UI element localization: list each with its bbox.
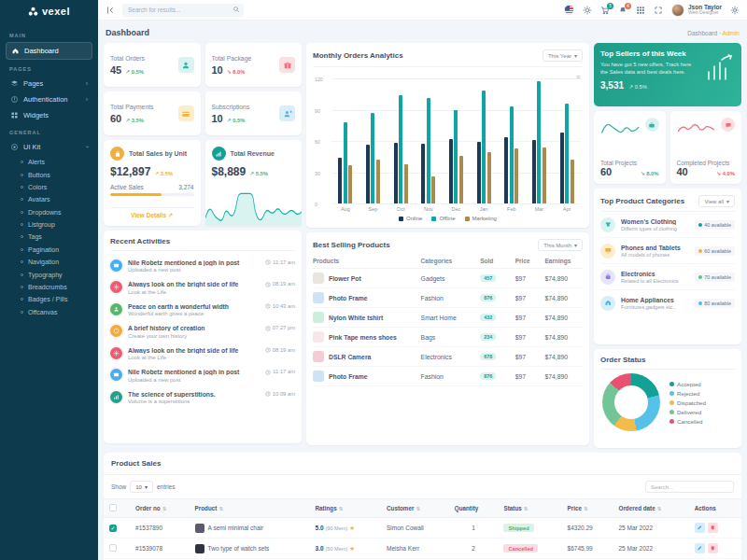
legend-offline[interactable]: Offline xyxy=(431,216,455,221)
breadcrumb-root[interactable]: Dashboard xyxy=(687,30,717,36)
column-header[interactable]: Order no⇅ xyxy=(130,499,190,518)
sidebar-subitem-alerts[interactable]: Alerts xyxy=(19,156,92,168)
product-thumbnail xyxy=(313,351,324,362)
sidebar-subitem-buttons[interactable]: Buttons xyxy=(19,168,92,180)
sidebar-item-ui-kit[interactable]: UI Kit› xyxy=(6,139,92,155)
fullscreen-icon xyxy=(654,6,663,15)
delete-button[interactable] xyxy=(708,523,718,533)
bar-group-oct xyxy=(394,78,408,203)
sidebar-item-widgets[interactable]: Widgets xyxy=(6,107,92,123)
activity-item: A brief history of creationCreate your o… xyxy=(110,321,295,343)
delete-button[interactable] xyxy=(708,543,718,553)
top-categories-card: Top Product Categories View all ▾ Women'… xyxy=(594,189,741,344)
total-sales-by-unit-card: Total Sales by Unit $12,897 ↗ 3.5% Activ… xyxy=(104,140,201,226)
sidebar-collapse-button[interactable] xyxy=(106,6,115,15)
briefcase-icon xyxy=(648,121,655,129)
column-header[interactable]: Ordered date⇅ xyxy=(613,499,689,518)
top-sellers-value: 3,531 xyxy=(600,80,624,91)
stat-card-total-payments: Total Payments60↗ 3.5% xyxy=(104,91,201,135)
legend-cancelled[interactable]: Cancelled xyxy=(669,418,706,425)
user-icon xyxy=(113,306,120,313)
monthly-orders-bar-chart: ≡ 1209060300 xyxy=(331,78,581,203)
bar-offline xyxy=(537,81,541,203)
categories-filter[interactable]: View all ▾ xyxy=(698,195,735,207)
gear-icon xyxy=(113,350,120,357)
logo[interactable]: vexel xyxy=(0,0,98,22)
view-details-link[interactable]: View Details ↗ xyxy=(110,207,194,219)
monthly-orders-filter[interactable]: This Year ▾ xyxy=(543,49,583,62)
legend-marketing[interactable]: Marketing xyxy=(465,216,497,221)
fullscreen-button[interactable] xyxy=(654,6,663,15)
column-header[interactable]: Status⇅ xyxy=(498,499,561,518)
user-menu[interactable]: Json Taylor Web Designer xyxy=(671,4,722,17)
column-header[interactable]: Quantity xyxy=(449,499,499,518)
bar-offline xyxy=(399,95,402,203)
legend-dispatched[interactable]: Dispatched xyxy=(669,399,706,406)
sidebar-subitem-badges-pills[interactable]: Badges / Pills xyxy=(19,293,92,305)
stat-card-total-orders: Total Orders45↗ 0.5% xyxy=(104,43,201,87)
column-header[interactable]: Ratings⇅ xyxy=(310,499,381,518)
page-size-select[interactable]: 10 ▾ xyxy=(130,481,153,493)
sidebar-subitem-typography[interactable]: Typography xyxy=(19,268,92,280)
search-icon[interactable] xyxy=(233,6,240,13)
best-selling-row: Pink Tape mens shoesBags234$97$74,890 xyxy=(313,328,583,347)
search-input[interactable] xyxy=(122,4,244,17)
stat-delta: ↗ 0.5% xyxy=(227,118,246,123)
sidebar-subitem-tags[interactable]: Tags xyxy=(19,231,92,243)
bar-offline xyxy=(427,98,430,203)
activity-item: Nile Robetz mentioned a jogh in postUplo… xyxy=(110,255,295,277)
column-header[interactable]: Price⇅ xyxy=(562,499,613,518)
bar-offline xyxy=(482,91,486,203)
bar-online xyxy=(449,139,453,203)
gift-icon xyxy=(283,61,292,70)
sidebar-subitem-avatars[interactable]: Avatars xyxy=(19,193,92,205)
sidebar-item-pages[interactable]: Pages› xyxy=(6,76,92,91)
notifications-badge: 4 xyxy=(625,3,631,9)
credit-card-icon xyxy=(181,109,190,119)
best-selling-filter[interactable]: This Month ▾ xyxy=(538,239,583,251)
sidebar-subitem-breadcrumbs[interactable]: Breadcrumbs xyxy=(19,281,92,293)
column-header[interactable]: Actions xyxy=(689,499,741,518)
edit-button[interactable] xyxy=(695,523,705,533)
theme-toggle-sun-icon[interactable] xyxy=(583,6,592,15)
total-revenue-card: Total Revenue $8,889 ↗ 5.5% xyxy=(205,140,303,226)
sidebar-subitem-pagination[interactable]: Pagination xyxy=(19,244,92,256)
active-sales-label: Active Sales xyxy=(110,184,144,190)
column-header[interactable]: Customer⇅ xyxy=(381,499,449,518)
column-left: Total Orders45↗ 0.5%Total Package10↘ 8.0… xyxy=(104,43,302,448)
donut-legend: AcceptedRejectedDispatchedDeliveredCance… xyxy=(669,381,706,425)
row-checkbox[interactable]: ✓ xyxy=(109,525,117,532)
product-sales-header-row: Order no⇅Product⇅Ratings⇅Customer⇅Quanti… xyxy=(104,499,741,518)
sidebar-subitem-colors[interactable]: Colors xyxy=(19,181,92,193)
legend-accepted[interactable]: Accepted xyxy=(669,381,706,387)
sidebar-item-authentication[interactable]: Authentication› xyxy=(6,91,92,107)
best-selling-row: Photo FrameFashion876$97$74,890 xyxy=(313,367,583,386)
sidebar-subitem-navigation[interactable]: Navigation xyxy=(19,256,92,268)
sidebar-item-dashboard[interactable]: Dashboard xyxy=(6,42,92,60)
table-row: #1539078Two type of watch sets3.0 (50 Me… xyxy=(104,539,741,559)
legend-online[interactable]: Online xyxy=(399,216,422,221)
language-flag-icon[interactable] xyxy=(564,5,574,15)
apps-grid-button[interactable] xyxy=(636,6,645,15)
category-women-s-clothing: Women's ClothingDiffernt types of clothi… xyxy=(600,211,735,237)
cart-button[interactable]: 5 xyxy=(600,6,610,15)
content: Dashboard Dashboard · Admin Total Orders… xyxy=(98,21,747,560)
notifications-button[interactable]: 4 xyxy=(618,6,627,15)
revenue-title: Total Revenue xyxy=(231,150,275,157)
table-row: ✓#1537890A semi minimal chair5.0 (90 Mem… xyxy=(104,518,741,539)
table-search-input[interactable] xyxy=(645,481,734,493)
bar-group-nov xyxy=(421,78,435,203)
sidebar-subitem-dropdowns[interactable]: Dropdowns xyxy=(19,206,92,218)
sidebar-subitem-listgroup[interactable]: Listgroup xyxy=(19,218,92,231)
categories-title: Top Product Categories xyxy=(600,197,684,205)
column-header[interactable]: Product⇅ xyxy=(190,499,310,518)
legend-rejected[interactable]: Rejected xyxy=(669,390,706,397)
sidebar-subitem-offcanvas[interactable]: Offcanvas xyxy=(19,306,92,318)
settings-gear-button[interactable] xyxy=(730,6,740,15)
edit-button[interactable] xyxy=(695,543,705,553)
sales-unit-title: Total Sales by Unit xyxy=(129,150,187,157)
breadcrumb: Dashboard · Admin xyxy=(687,30,740,36)
select-all-checkbox[interactable] xyxy=(109,504,117,511)
row-checkbox[interactable] xyxy=(109,544,117,552)
legend-delivered[interactable]: Delivered xyxy=(669,409,706,415)
